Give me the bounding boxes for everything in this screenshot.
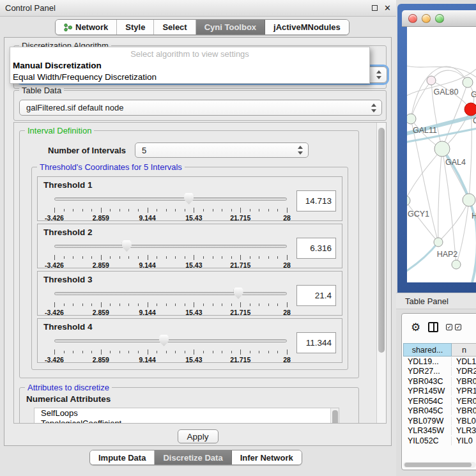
network-canvas[interactable]: GAL80GCGAL11GAL4GCY1HHAP2 — [407, 27, 476, 282]
table-cell: YBR043C — [403, 377, 452, 386]
table-row[interactable]: YBL079WYBL0 — [403, 416, 476, 426]
algorithm-option[interactable]: Manual Discretization — [10, 60, 369, 72]
threshold-slider[interactable]: -3.4262.8599.14415.4321.71528 — [54, 335, 287, 361]
slider-handle[interactable] — [234, 288, 243, 299]
combo-stepper-icon — [298, 146, 303, 155]
threshold-label: Threshold 3 — [43, 275, 93, 284]
right-side: GAL80GCGAL11GAL4GCY1HHAP2 Table Panel ⚙ … — [396, 0, 476, 476]
thresholds-group: Threshold's Coordinates for 5 Intervals … — [31, 167, 348, 370]
checkbox-icon[interactable]: ✓ — [455, 324, 461, 330]
slider-track[interactable] — [54, 339, 287, 342]
slider-handle[interactable] — [122, 240, 132, 252]
table-cell: YDL1 — [452, 357, 476, 366]
node-label: GAL80 — [434, 88, 459, 96]
table-cell: YIL0 — [452, 436, 476, 445]
scrollbar-thumb[interactable] — [404, 463, 472, 467]
table-row[interactable]: YER054CYER0 — [403, 396, 476, 406]
network-node[interactable] — [434, 141, 450, 157]
apply-button[interactable]: Apply — [178, 429, 219, 443]
tab-label: Cyni Toolbox — [204, 22, 256, 32]
gear-icon[interactable]: ⚙ — [411, 322, 420, 333]
columns-icon[interactable] — [428, 322, 438, 332]
zoom-traffic-light-icon[interactable] — [435, 14, 444, 23]
slider-handle[interactable] — [184, 193, 194, 204]
combo-stepper-icon — [376, 70, 382, 79]
table-horizontal-scrollbar[interactable] — [403, 462, 476, 468]
slider-track[interactable] — [54, 197, 287, 201]
tab-discretize-data[interactable]: Discretize Data — [155, 450, 231, 464]
select-columns-icons[interactable]: ✓ ✓ — [446, 324, 461, 330]
threshold-value-field[interactable]: 6.316 — [296, 238, 336, 259]
table-panel-titlebar: Table Panel — [396, 293, 476, 309]
slider-ticks — [54, 302, 287, 307]
network-node[interactable] — [463, 194, 475, 206]
scrollbar-thumb[interactable] — [378, 128, 385, 353]
table-row[interactable]: YBR043CYBR0 — [403, 376, 476, 387]
threshold-label: Threshold 2 — [43, 227, 93, 237]
threshold-value-field[interactable]: 14.713 — [296, 190, 336, 211]
table-row[interactable]: YBR045CYBR0 — [403, 406, 476, 417]
network-node[interactable] — [427, 76, 436, 85]
tab-network[interactable]: Network — [56, 20, 117, 35]
threshold-slider[interactable]: -3.4262.8599.14415.4321.71528 — [54, 241, 287, 266]
slider-track[interactable] — [54, 292, 287, 295]
node-label: G — [471, 90, 476, 99]
table-cell: YPR1 — [452, 387, 476, 395]
attribute-item[interactable]: TopologicalCoefficient — [35, 418, 339, 424]
number-of-intervals-combobox[interactable]: 5 — [135, 142, 309, 158]
node-label: C — [473, 116, 476, 125]
table-cell: YDL19... — [403, 357, 452, 366]
slider-ticks — [54, 255, 287, 260]
network-node[interactable] — [463, 77, 473, 88]
table-row[interactable]: YIL052CYIL0 — [403, 436, 476, 446]
settings-vertical-scrollbar[interactable] — [376, 123, 386, 423]
slider-handle[interactable] — [159, 335, 169, 346]
threshold-value-field[interactable]: 21.4 — [296, 285, 336, 306]
slider-track[interactable] — [54, 245, 287, 248]
table-cell: YBR0 — [452, 406, 476, 415]
close-icon[interactable]: ✕ — [384, 4, 391, 12]
tab-impute-data[interactable]: Impute Data — [90, 450, 155, 464]
attributes-list-scrollbar[interactable] — [330, 408, 339, 424]
network-window-titlebar — [402, 10, 476, 27]
node-label: GAL11 — [413, 126, 437, 135]
attribute-item[interactable]: SelfLoops — [35, 408, 339, 418]
table-row[interactable]: YDR27...YDR2 — [403, 367, 476, 377]
table-cell: YER054C — [403, 397, 452, 406]
slider-tick-labels: -3.4262.8599.14415.4321.71528 — [54, 261, 287, 269]
network-node[interactable] — [464, 103, 476, 116]
table-column-header[interactable]: n — [452, 343, 476, 357]
checkbox-icon[interactable]: ✓ — [446, 324, 452, 330]
tab-style[interactable]: Style — [117, 20, 154, 35]
tab-infer-network[interactable]: Infer Network — [232, 450, 302, 464]
table-row[interactable]: YLR345WYLR3 — [403, 426, 476, 436]
network-node[interactable] — [434, 238, 443, 247]
tab-cyni-toolbox[interactable]: Cyni Toolbox — [196, 20, 265, 35]
threshold-slider[interactable]: -3.4262.8599.14415.4321.71528 — [54, 194, 287, 219]
table-panel-title: Table Panel — [405, 296, 449, 306]
threshold-slider[interactable]: -3.4262.8599.14415.4321.71528 — [54, 288, 287, 314]
table-data-group: Table Data galFiltered.sif default node — [13, 90, 387, 121]
table-row[interactable]: YDL19...YDL1 — [403, 357, 476, 367]
network-node[interactable] — [452, 260, 461, 269]
control-panel: Control Panel ✕ NetworkStyleSelectCyni T… — [0, 0, 396, 476]
minimize-traffic-light-icon[interactable] — [422, 14, 431, 23]
algorithm-placeholder-item[interactable]: Select algorithm to view settings — [10, 49, 369, 60]
network-node[interactable] — [407, 196, 410, 206]
algorithm-option[interactable]: Equal Width/Frequency Discretization — [10, 72, 369, 83]
table-cell: YPR145W — [403, 387, 452, 395]
control-panel-titlebar: Control Panel ✕ — [0, 0, 396, 17]
table-rows: YDL19...YDL1YDR27...YDR2YBR043CYBR0YPR14… — [403, 357, 476, 461]
float-icon[interactable] — [372, 5, 378, 11]
table-row[interactable]: YPR145WYPR1 — [403, 387, 476, 397]
network-node[interactable] — [407, 114, 416, 124]
threshold-label: Threshold 4 — [43, 322, 93, 332]
table-data-combobox[interactable]: galFiltered.sif default node — [19, 100, 382, 116]
close-traffic-light-icon[interactable] — [408, 14, 417, 23]
tab-jactivemnodules[interactable]: jActiveMNodules — [265, 20, 349, 35]
numerical-attributes-list[interactable]: SelfLoopsTopologicalCoefficientBetweenne… — [34, 408, 339, 424]
table-column-header[interactable]: shared... — [403, 343, 452, 357]
threshold-value-field[interactable]: 11.344 — [296, 332, 336, 353]
tab-select[interactable]: Select — [154, 20, 196, 35]
table-cell: YER0 — [452, 397, 476, 406]
